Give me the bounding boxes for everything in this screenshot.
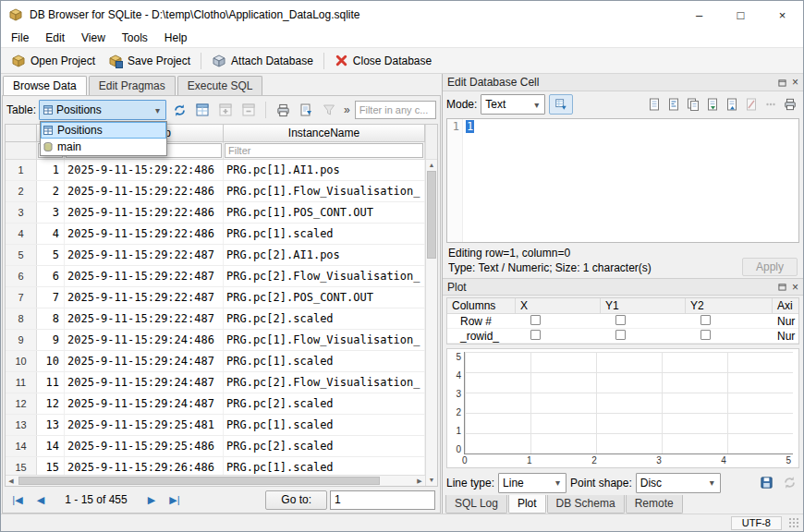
row-number[interactable]: 11 [6, 372, 37, 393]
cell-instancename[interactable]: PRG.pc[1].scaled [224, 224, 425, 244]
row-number[interactable]: 2 [6, 181, 37, 201]
delete-record-button[interactable] [238, 100, 259, 120]
y2-axis-checkbox[interactable] [700, 315, 711, 325]
x-axis-checkbox[interactable] [530, 315, 541, 325]
horizontal-scrollbar[interactable]: ◀ ▶ [6, 475, 425, 486]
row-number[interactable]: 13 [6, 415, 37, 435]
cell-timestamp[interactable]: 2025-9-11-15:29:22:486 [65, 160, 224, 180]
cell-instancename[interactable]: PRG.pc[2].scaled [224, 436, 425, 456]
cell-instancename[interactable]: PRG.pc[1].scaled [224, 415, 425, 435]
toolbar-overflow-chevron[interactable]: » [342, 103, 352, 116]
point-shape-combobox[interactable]: Disc ▾ [636, 473, 721, 493]
last-record-button[interactable]: ▶| [164, 490, 185, 509]
row-number[interactable]: 14 [6, 436, 37, 456]
print-cell-button[interactable] [781, 95, 799, 114]
dock-tab-plot[interactable]: Plot [508, 495, 546, 514]
table-row[interactable]: 9 9 2025-9-11-15:29:24:486 PRG.pc[1].Flo… [6, 330, 425, 351]
copy-cell-button[interactable] [684, 95, 702, 114]
filter-any-column-input[interactable] [355, 101, 436, 119]
clear-filters-button[interactable] [319, 100, 339, 120]
reload-plot-button[interactable] [779, 473, 799, 493]
cell-instancename[interactable]: PRG.pc[1].AI1.pos [224, 160, 425, 180]
menu-view[interactable]: View [73, 29, 114, 47]
apply-button[interactable]: Apply [742, 258, 798, 276]
table-row[interactable]: 15 15 2025-9-11-15:29:26:486 PRG.pc[1].s… [6, 457, 425, 475]
minimize-button[interactable]: – [678, 1, 720, 29]
vertical-scrollbar[interactable]: ▲ ▼ [425, 125, 437, 486]
row-number[interactable]: 6 [6, 266, 37, 286]
float-dock-icon[interactable] [778, 283, 786, 291]
cell-instancename[interactable]: PRG.pc[2].scaled [224, 393, 425, 414]
table-row[interactable]: 12 12 2025-9-11-15:29:24:487 PRG.pc[2].s… [6, 393, 425, 415]
plot-col-header-x[interactable]: X [516, 298, 601, 313]
cell-timestamp[interactable]: 2025-9-11-15:29:25:481 [65, 415, 224, 435]
close-dock-icon[interactable]: × [792, 282, 798, 293]
goto-button[interactable]: Go to: [265, 490, 327, 510]
cell-timestamp[interactable]: 2025-9-11-15:29:22:487 [65, 245, 224, 265]
table-row[interactable]: 3 3 2025-9-11-15:29:22:486 PRG.pc[1].POS… [6, 202, 425, 224]
table-row[interactable]: 1 1 2025-9-11-15:29:22:486 PRG.pc[1].AI1… [6, 160, 425, 181]
dock-tab-sql-log[interactable]: SQL Log [445, 495, 507, 514]
set-null-button[interactable] [742, 95, 761, 114]
table-row[interactable]: 13 13 2025-9-11-15:29:25:481 PRG.pc[1].s… [6, 415, 425, 436]
refresh-button[interactable] [169, 100, 189, 120]
goto-input[interactable] [330, 490, 435, 510]
cell-timestamp[interactable]: 2025-9-11-15:29:24:486 [65, 330, 224, 350]
save-project-button[interactable]: Save Project [102, 51, 197, 71]
resize-grip-icon[interactable] [789, 518, 799, 528]
close-database-button[interactable]: Close Database [328, 51, 438, 70]
scrollbar-thumb[interactable] [427, 171, 436, 259]
cell-timestamp[interactable]: 2025-9-11-15:29:22:487 [65, 287, 224, 308]
table-row[interactable]: 6 6 2025-9-11-15:29:22:487 PRG.pc[2].Flo… [6, 266, 425, 287]
scroll-left-icon[interactable]: ◀ [6, 478, 17, 485]
cell-id[interactable]: 14 [37, 436, 65, 456]
cell-timestamp[interactable]: 2025-9-11-15:29:22:486 [65, 181, 224, 201]
y1-axis-checkbox[interactable] [615, 330, 626, 340]
plot-col-header-columns[interactable]: Columns [447, 298, 516, 313]
previous-record-button[interactable]: ◀ [30, 490, 51, 509]
dropdown-item-main[interactable]: main [41, 139, 166, 155]
menu-file[interactable]: File [3, 29, 37, 47]
export-cell-button[interactable] [723, 95, 741, 114]
save-plot-button[interactable] [756, 473, 776, 493]
menu-help[interactable]: Help [156, 29, 196, 47]
cell-timestamp[interactable]: 2025-9-11-15:29:24:487 [65, 372, 224, 393]
cell-id[interactable]: 7 [37, 287, 65, 308]
cell-instancename[interactable]: PRG.pc[1].scaled [224, 351, 425, 371]
dropdown-item-positions[interactable]: Positions [41, 122, 166, 139]
column-header-instancename[interactable]: InstanceName [224, 125, 425, 141]
first-record-button[interactable]: |◀ [7, 490, 28, 509]
cell-id[interactable]: 2 [37, 181, 65, 201]
filter-input-instancename[interactable] [225, 143, 423, 158]
table-row[interactable]: 7 7 2025-9-11-15:29:22:487 PRG.pc[2].POS… [6, 287, 425, 308]
cell-timestamp[interactable]: 2025-9-11-15:29:22:487 [65, 266, 224, 286]
table-row[interactable]: 11 11 2025-9-11-15:29:24:487 PRG.pc[2].F… [6, 372, 425, 393]
table-row[interactable]: 5 5 2025-9-11-15:29:22:487 PRG.pc[2].AI1… [6, 245, 425, 266]
cell-instancename[interactable]: PRG.pc[2].scaled [224, 308, 425, 329]
cell-id[interactable]: 6 [37, 266, 65, 286]
format-text-button[interactable] [645, 95, 664, 114]
plot-col-header-y1[interactable]: Y1 [601, 298, 686, 313]
table-row[interactable]: 8 8 2025-9-11-15:29:22:487 PRG.pc[2].sca… [6, 308, 425, 330]
dock-tab-remote[interactable]: Remote [626, 495, 683, 514]
cell-id[interactable]: 8 [37, 308, 65, 329]
row-number[interactable]: 1 [6, 160, 37, 180]
dock-tab-db-schema[interactable]: DB Schema [547, 495, 625, 514]
export-button[interactable] [296, 100, 316, 120]
cell-id[interactable]: 11 [37, 372, 65, 393]
menu-edit[interactable]: Edit [37, 29, 73, 47]
row-number[interactable]: 4 [6, 224, 37, 244]
maximize-button[interactable]: □ [720, 1, 761, 29]
cell-id[interactable]: 10 [37, 351, 65, 371]
row-number[interactable]: 15 [6, 457, 37, 475]
cell-timestamp[interactable]: 2025-9-11-15:29:24:487 [65, 393, 224, 414]
cell-instancename[interactable]: PRG.pc[2].Flow_Visualisation_ [224, 266, 425, 286]
cell-id[interactable]: 12 [37, 393, 65, 414]
close-button[interactable]: × [761, 1, 803, 29]
row-number[interactable]: 5 [6, 245, 37, 265]
table-combobox[interactable]: Positions ▾ [39, 100, 166, 120]
attach-database-button[interactable]: Attach Database [205, 51, 320, 71]
tab-edit-pragmas[interactable]: Edit Pragmas [89, 76, 176, 95]
y2-axis-checkbox[interactable] [700, 330, 711, 340]
cell-id[interactable]: 13 [37, 415, 65, 435]
